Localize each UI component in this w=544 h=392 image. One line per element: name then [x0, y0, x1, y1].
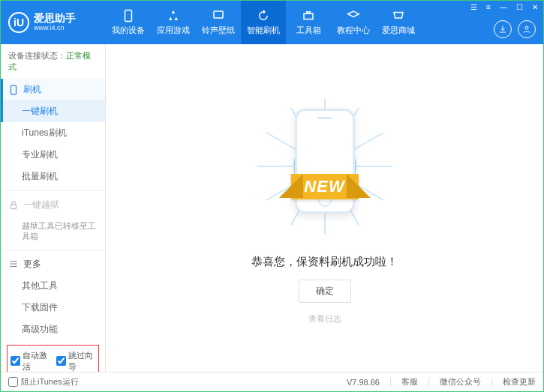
svg-rect-3 — [307, 12, 311, 13]
customer-service-link[interactable]: 客服 — [401, 376, 418, 388]
sidebar-section-more[interactable]: 更多 — [1, 253, 105, 275]
nav-label: 我的设备 — [112, 25, 145, 36]
status-label: 设备连接状态： — [8, 51, 66, 60]
phone-icon — [122, 9, 135, 22]
section-label: 刷机 — [23, 83, 41, 96]
main-content: NEW 恭喜您，保资料刷机成功啦！ 确定 查看日志 — [106, 44, 543, 372]
section-label: 更多 — [23, 258, 41, 271]
app-subtitle: www.i4.cn — [34, 25, 76, 32]
auto-activate-checkbox[interactable]: 自动激活 — [11, 350, 50, 372]
sidebar-item-itunes-flash[interactable]: iTunes刷机 — [1, 122, 105, 144]
toolbox-icon — [302, 9, 315, 22]
sidebar-section-flash[interactable]: 刷机 — [1, 79, 105, 100]
nav-label: 铃声壁纸 — [202, 25, 235, 36]
download-icon[interactable] — [494, 20, 512, 38]
nav-ringtone-wallpaper[interactable]: 铃声壁纸 — [196, 1, 241, 44]
svg-rect-5 — [11, 85, 17, 94]
nav-label: 智能刷机 — [247, 25, 280, 36]
sidebar: 设备连接状态：正常模式 刷机 一键刷机 iTunes刷机 专业刷机 批量刷机 一… — [1, 44, 106, 372]
nav-label: 教程中心 — [337, 25, 370, 36]
media-icon — [212, 9, 225, 22]
svg-rect-6 — [11, 204, 17, 208]
nav-tutorials[interactable]: 教程中心 — [331, 1, 376, 44]
user-icons — [494, 20, 536, 38]
nav-label: 应用游戏 — [157, 25, 190, 36]
nav-store[interactable]: 爱思商城 — [376, 1, 421, 44]
lock-icon — [8, 200, 19, 211]
new-banner: NEW — [290, 174, 358, 199]
check-update-link[interactable]: 检查更新 — [503, 376, 536, 388]
window-controls: ☰ ≡ — ☐ ✕ — [468, 2, 540, 12]
block-itunes-checkbox[interactable]: 阻止iTunes运行 — [8, 376, 79, 388]
svg-rect-0 — [125, 10, 132, 22]
titlebar: iU 爱思助手 www.i4.cn 我的设备 应用游戏 铃声壁纸 智能刷机 — [1, 1, 543, 44]
minimize-icon[interactable]: — — [497, 2, 509, 12]
pin-icon[interactable]: ≡ — [484, 2, 493, 12]
nav-label: 爱思商城 — [382, 25, 415, 36]
options-highlight-box: 自动激活 跳过向导 — [7, 345, 99, 372]
svg-rect-2 — [304, 13, 313, 19]
version-label: V7.98.66 — [347, 378, 380, 387]
svg-point-4 — [525, 26, 528, 29]
wechat-link[interactable]: 微信公众号 — [440, 376, 481, 388]
sidebar-item-oneclick-flash[interactable]: 一键刷机 — [1, 100, 105, 122]
nav-label: 工具箱 — [296, 25, 321, 36]
user-icon[interactable] — [518, 20, 536, 38]
apps-icon — [167, 9, 180, 22]
success-illustration: NEW — [261, 91, 389, 241]
close-icon[interactable]: ✕ — [530, 2, 540, 12]
nav-my-device[interactable]: 我的设备 — [106, 1, 151, 44]
sidebar-item-download-firmware[interactable]: 下载固件 — [1, 297, 105, 319]
section-label: 一键越狱 — [23, 199, 59, 211]
sidebar-item-batch-flash[interactable]: 批量刷机 — [1, 166, 105, 187]
more-icon — [8, 259, 19, 269]
sidebar-item-other-tools[interactable]: 其他工具 — [1, 275, 105, 297]
logo-area: iU 爱思助手 www.i4.cn — [1, 12, 106, 33]
sidebar-item-pro-flash[interactable]: 专业刷机 — [1, 144, 105, 166]
nav-apps-games[interactable]: 应用游戏 — [151, 1, 196, 44]
jailbreak-note: 越狱工具已转移至工具箱 — [1, 216, 105, 247]
sidebar-item-advanced[interactable]: 高级功能 — [1, 319, 105, 340]
maximize-icon[interactable]: ☐ — [514, 2, 525, 12]
app-title: 爱思助手 — [34, 13, 76, 24]
refresh-icon — [257, 9, 270, 22]
nav-toolbox[interactable]: 工具箱 — [286, 1, 331, 44]
cart-icon — [392, 9, 405, 22]
sidebar-section-jailbreak[interactable]: 一键越狱 — [1, 194, 105, 216]
success-message: 恭喜您，保资料刷机成功啦！ — [251, 255, 398, 269]
ok-button[interactable]: 确定 — [299, 280, 351, 303]
skip-guide-checkbox[interactable]: 跳过向导 — [56, 350, 96, 372]
flash-icon — [8, 85, 19, 95]
nav-smart-flash[interactable]: 智能刷机 — [241, 1, 286, 44]
divider — [1, 250, 105, 250]
connection-status: 设备连接状态：正常模式 — [1, 44, 105, 79]
divider — [1, 190, 105, 191]
menu-icon[interactable]: ☰ — [468, 2, 479, 12]
view-log-link[interactable]: 查看日志 — [308, 313, 341, 325]
footer: 阻止iTunes运行 V7.98.66 客服 微信公众号 检查更新 — [1, 372, 543, 391]
logo-icon: iU — [8, 12, 29, 33]
graduation-icon — [347, 9, 360, 22]
svg-rect-1 — [214, 11, 223, 18]
